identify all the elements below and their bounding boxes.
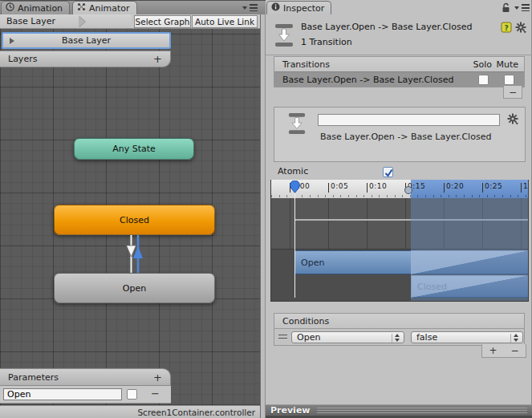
clock-icon <box>6 2 14 14</box>
auto-live-link-button[interactable]: Auto Live Link <box>192 15 258 28</box>
gear-icon[interactable] <box>515 22 527 36</box>
tick-label: 1 <box>523 182 528 190</box>
tab-animator[interactable]: Animator <box>72 1 137 14</box>
tab-label: Animator <box>89 3 130 14</box>
transition-icon <box>274 23 294 50</box>
playhead-line <box>294 188 295 298</box>
layers-header[interactable]: Layers + <box>0 51 171 67</box>
animator-icon <box>77 2 86 14</box>
atomic-checkbox[interactable] <box>383 167 393 177</box>
transition-detail-box: Base Layer.Open -> Base Layer.Closed <box>274 107 526 162</box>
checkmark-icon <box>384 168 394 178</box>
preview-drag-grip-icon[interactable] <box>317 408 527 413</box>
remove-transition-button[interactable]: − <box>503 86 522 99</box>
transition-timeline[interactable]: Open Closed 0:00 0:05 <box>270 180 529 302</box>
parameters-header[interactable]: Parameters + <box>0 368 171 386</box>
help-icon[interactable]: ? <box>501 22 512 35</box>
preview-label: Preview <box>270 405 311 416</box>
lock-icon[interactable] <box>502 2 510 15</box>
gear-icon[interactable] <box>507 113 519 128</box>
transition-count: 1 Transition <box>301 37 352 47</box>
add-parameter-button[interactable]: + <box>153 372 162 383</box>
panel-divider[interactable] <box>260 14 266 418</box>
dropdown-arrows-icon <box>513 334 519 342</box>
tab-animation[interactable]: Animation <box>1 1 70 14</box>
timeline-body[interactable]: Open Closed <box>271 198 529 302</box>
inspector-panel-menu-icon[interactable] <box>514 4 530 11</box>
transitions-list: Transitions Solo Mute Base Layer.Open ->… <box>274 56 525 87</box>
remove-parameter-button[interactable]: − <box>151 388 160 400</box>
condition-row: Open false <box>274 328 524 345</box>
ruler-tick <box>328 183 329 193</box>
inspector-panel: Inspector Base Layer.Open -> Base Layer.… <box>266 0 532 418</box>
atomic-label: Atomic <box>278 166 308 177</box>
mute-checkbox[interactable] <box>504 75 514 85</box>
condition-parameter-value: Open <box>297 332 320 343</box>
mute-column-label: Mute <box>496 59 518 70</box>
graph-canvas[interactable]: Base Layer Layers + Any State Closed Ope… <box>0 29 260 405</box>
tick-label: 0:10 <box>369 182 387 190</box>
solo-checkbox[interactable] <box>478 75 489 85</box>
ruler-tick <box>367 183 368 193</box>
transitions-list-header: Transitions Solo Mute <box>274 57 524 71</box>
condition-add-remove-buttons: + − <box>481 344 526 358</box>
minor-ticks <box>271 195 529 197</box>
add-layer-button[interactable]: + <box>153 54 162 64</box>
animator-toolbar: Base Layer Select Graph Auto Live Link <box>0 14 260 29</box>
tab-label: Animation <box>18 3 63 14</box>
transition-icon <box>287 112 307 137</box>
playhead-marker[interactable] <box>289 181 301 196</box>
remove-condition-button[interactable]: − <box>510 345 518 356</box>
timeline-ruler[interactable]: 0:00 0:05 0:10 0:15 0:20 0:25 1 <box>271 180 529 198</box>
node-any-state[interactable]: Any State <box>74 138 194 160</box>
ruler-tick <box>482 183 483 193</box>
layers-header-label: Layers <box>8 54 37 64</box>
tick-label: 0:25 <box>485 182 502 190</box>
transition-detail-label: Base Layer.Open -> Base Layer.Closed <box>320 132 491 142</box>
parameter-name-input[interactable] <box>3 388 122 400</box>
transition-list-row[interactable]: Base Layer.Open -> Base Layer.Closed <box>274 71 524 87</box>
svg-text:?: ? <box>504 24 508 32</box>
conditions-box: Conditions Open false <box>274 313 525 346</box>
tick-label: 0:20 <box>446 182 464 190</box>
controller-asset-name: Screen1Container.controller <box>137 408 255 417</box>
ruler-tick <box>521 183 522 193</box>
transition-start-handle[interactable] <box>404 186 412 194</box>
foldout-triangle-icon[interactable] <box>10 38 14 44</box>
parameter-bool-checkbox[interactable] <box>127 389 137 400</box>
transition-duration-line <box>294 219 529 221</box>
transition-row-label: Base Layer.Open -> Base Layer.Closed <box>282 75 453 85</box>
tick-label: 0:05 <box>331 182 348 190</box>
add-condition-button[interactable]: + <box>489 345 497 356</box>
transition-arrows[interactable] <box>119 235 157 273</box>
transitions-header-label: Transitions <box>282 59 330 70</box>
transition-name-input[interactable] <box>318 114 500 126</box>
condition-parameter-dropdown[interactable]: Open <box>291 331 404 343</box>
conditions-header: Conditions <box>274 314 524 328</box>
node-closed[interactable]: Closed <box>54 205 215 235</box>
clip-label: Open <box>301 258 324 268</box>
ruler-tick <box>444 183 445 193</box>
node-open[interactable]: Open <box>54 273 215 303</box>
preview-section-header[interactable]: Preview <box>266 404 532 416</box>
animator-panel-menu-icon[interactable] <box>242 4 258 11</box>
select-graph-button[interactable]: Select Graph <box>134 15 191 28</box>
solo-column-label: Solo <box>473 59 493 70</box>
info-icon <box>271 2 280 14</box>
transition-title: Base Layer.Open -> Base Layer.Closed <box>301 22 472 32</box>
condition-value-dropdown[interactable]: false <box>411 331 523 343</box>
clip-open[interactable]: Open <box>294 250 529 274</box>
drag-handle-icon[interactable] <box>278 335 287 339</box>
status-bar: Screen1Container.controller <box>0 405 260 418</box>
layer-row-base-layer[interactable]: Base Layer <box>2 32 171 49</box>
dropdown-arrows-icon <box>394 334 400 342</box>
clip-label: Closed <box>417 282 447 292</box>
unity-editor-window: Animation Animator Base Layer Select Gra… <box>0 0 532 418</box>
conditions-header-label: Conditions <box>282 316 329 327</box>
clip-closed[interactable]: Closed <box>411 275 529 298</box>
condition-value: false <box>416 332 437 343</box>
animator-panel: Animation Animator Base Layer Select Gra… <box>0 0 260 418</box>
breadcrumb-base-layer[interactable]: Base Layer <box>0 14 131 28</box>
parameter-row: − <box>0 386 171 404</box>
tab-inspector[interactable]: Inspector <box>266 1 331 14</box>
